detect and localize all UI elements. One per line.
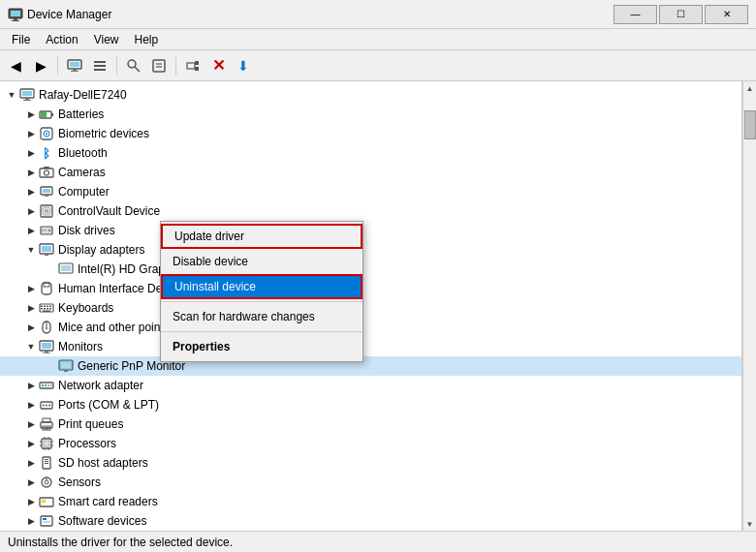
processor-icon xyxy=(39,436,54,451)
toolbar-add-hardware[interactable] xyxy=(181,54,205,77)
context-menu: Update driver Disable device Uninstall d… xyxy=(160,221,363,362)
biometric-expand-icon[interactable]: ▶ xyxy=(23,126,39,141)
tree-biometric[interactable]: ▶ Biometric devices xyxy=(0,124,741,143)
hid-expand-icon[interactable]: ▶ xyxy=(23,281,39,296)
network-icon xyxy=(39,378,54,393)
toolbar-properties[interactable] xyxy=(147,54,171,77)
tree-sd[interactable]: ▶ SD host adapters xyxy=(0,453,741,473)
bluetooth-label: Bluetooth xyxy=(58,146,108,160)
root-expand-icon[interactable]: ▼ xyxy=(4,87,19,103)
batteries-expand-icon[interactable]: ▶ xyxy=(23,107,39,122)
svg-rect-7 xyxy=(71,71,79,72)
device-tree[interactable]: ▼ Rafay-DellE7240 ▶ Batte xyxy=(0,81,742,531)
tree-mice[interactable]: ▶ Mice and other pointing devices xyxy=(0,318,741,337)
ctx-uninstall-device[interactable]: Uninstall device xyxy=(161,274,362,299)
tree-keyboards[interactable]: ▶ Keyboards xyxy=(0,298,741,318)
computer-expand-icon[interactable]: ▶ xyxy=(23,184,39,199)
tree-monitors[interactable]: ▼ Monitors xyxy=(0,337,741,356)
controlvault-label: ControlVault Device xyxy=(58,204,160,218)
tree-ports[interactable]: ▶ Ports (COM & LPT) xyxy=(0,395,741,414)
scrollbar-thumb[interactable] xyxy=(744,110,756,139)
tree-print[interactable]: ▶ Print queues xyxy=(0,414,741,434)
display-adapters-label: Display adapters xyxy=(58,243,144,257)
processors-expand-icon[interactable]: ▶ xyxy=(23,436,39,451)
close-button[interactable]: ✕ xyxy=(705,5,748,24)
svg-rect-8 xyxy=(94,61,106,63)
keyboards-expand-icon[interactable]: ▶ xyxy=(23,300,39,316)
monitors-expand-icon[interactable]: ▼ xyxy=(23,339,39,354)
tree-software[interactable]: ▶ Software devices xyxy=(0,511,741,531)
svg-rect-62 xyxy=(42,343,51,349)
toolbar-forward[interactable]: ▶ xyxy=(29,54,52,77)
tree-hid[interactable]: ▶ Human Interface Devices xyxy=(0,279,741,298)
network-label: Network adapter xyxy=(58,379,143,392)
toolbar-search[interactable] xyxy=(122,54,145,77)
menu-bar: File Action View Help xyxy=(0,29,756,50)
menu-help[interactable]: Help xyxy=(127,31,167,48)
svg-rect-6 xyxy=(73,69,77,71)
svg-rect-71 xyxy=(47,384,49,386)
tree-network[interactable]: ▶ Network adapter xyxy=(0,376,741,395)
toolbar-back[interactable]: ◀ xyxy=(4,54,27,77)
bluetooth-expand-icon[interactable]: ▶ xyxy=(23,145,39,161)
tree-display-adapters[interactable]: ▼ Display adapters xyxy=(0,240,741,260)
cameras-expand-icon[interactable]: ▶ xyxy=(23,165,39,180)
toolbar-sep-1 xyxy=(57,56,58,76)
disk-label: Disk drives xyxy=(58,224,115,237)
controlvault-expand-icon[interactable]: ▶ xyxy=(23,203,39,219)
tree-computer[interactable]: ▶ Computer xyxy=(0,182,741,201)
print-expand-icon[interactable]: ▶ xyxy=(23,416,39,432)
menu-file[interactable]: File xyxy=(4,31,38,48)
ctx-disable-device[interactable]: Disable device xyxy=(161,249,362,274)
svg-rect-45 xyxy=(61,265,71,271)
ports-expand-icon[interactable]: ▶ xyxy=(23,397,39,413)
svg-rect-66 xyxy=(61,362,71,368)
svg-rect-101 xyxy=(41,516,52,526)
scrollbar[interactable]: ▲ ▼ xyxy=(742,81,756,531)
ctx-properties[interactable]: Properties xyxy=(161,334,362,359)
software-expand-icon[interactable]: ▶ xyxy=(23,513,39,529)
maximize-button[interactable]: ☐ xyxy=(659,5,703,24)
ctx-scan-hardware-label: Scan for hardware changes xyxy=(173,310,315,323)
minimize-button[interactable]: — xyxy=(614,5,657,24)
smartcard-expand-icon[interactable]: ▶ xyxy=(23,494,39,509)
tree-sensors[interactable]: ▶ Sensors xyxy=(0,473,741,492)
display-expand-icon[interactable]: ▼ xyxy=(23,242,39,258)
toolbar-update[interactable]: ⬇ xyxy=(232,54,255,77)
tree-controlvault[interactable]: ▶ ControlVault Device xyxy=(0,201,741,221)
menu-action[interactable]: Action xyxy=(38,31,85,48)
window-controls[interactable]: — ☐ ✕ xyxy=(614,5,748,24)
ctx-scan-hardware[interactable]: Scan for hardware changes xyxy=(161,304,362,329)
hid-icon xyxy=(39,281,54,296)
tree-batteries[interactable]: ▶ Batteries xyxy=(0,105,741,124)
cameras-label: Cameras xyxy=(58,166,106,179)
tree-root[interactable]: ▼ Rafay-DellE7240 xyxy=(0,85,741,105)
tree-smartcard[interactable]: ▶ Smart card readers xyxy=(0,492,741,511)
menu-view[interactable]: View xyxy=(86,31,127,48)
ctx-update-driver[interactable]: Update driver xyxy=(161,224,362,249)
sensors-expand-icon[interactable]: ▶ xyxy=(23,475,39,490)
tree-intel-graphics[interactable]: ▶ Intel(R) HD Graphics Family xyxy=(0,260,741,279)
tree-processors[interactable]: ▶ Processors xyxy=(0,434,741,453)
tree-generic-pnp[interactable]: ▶ Generic PnP Monitor xyxy=(0,356,741,376)
root-label: Rafay-DellE7240 xyxy=(39,88,127,102)
scroll-up-btn[interactable]: ▲ xyxy=(743,81,757,95)
toolbar-remove[interactable]: ✕ xyxy=(206,54,230,77)
svg-rect-3 xyxy=(12,20,19,21)
svg-rect-72 xyxy=(50,384,52,386)
scroll-down-btn[interactable]: ▼ xyxy=(743,517,757,531)
disk-expand-icon[interactable]: ▶ xyxy=(23,223,39,238)
bluetooth-icon: ᛒ xyxy=(39,145,54,161)
toolbar-computer[interactable] xyxy=(63,54,86,77)
mice-expand-icon[interactable]: ▶ xyxy=(23,320,39,335)
svg-rect-16 xyxy=(187,63,195,69)
svg-rect-52 xyxy=(49,306,51,308)
network-expand-icon[interactable]: ▶ xyxy=(23,378,39,393)
svg-rect-5 xyxy=(70,62,79,67)
toolbar-list[interactable] xyxy=(88,54,111,77)
tree-bluetooth[interactable]: ▶ ᛒ Bluetooth xyxy=(0,143,741,163)
svg-point-74 xyxy=(43,405,45,407)
tree-cameras[interactable]: ▶ Cameras xyxy=(0,163,741,182)
tree-disk[interactable]: ▶ Disk drives xyxy=(0,221,741,240)
sd-expand-icon[interactable]: ▶ xyxy=(23,455,39,471)
